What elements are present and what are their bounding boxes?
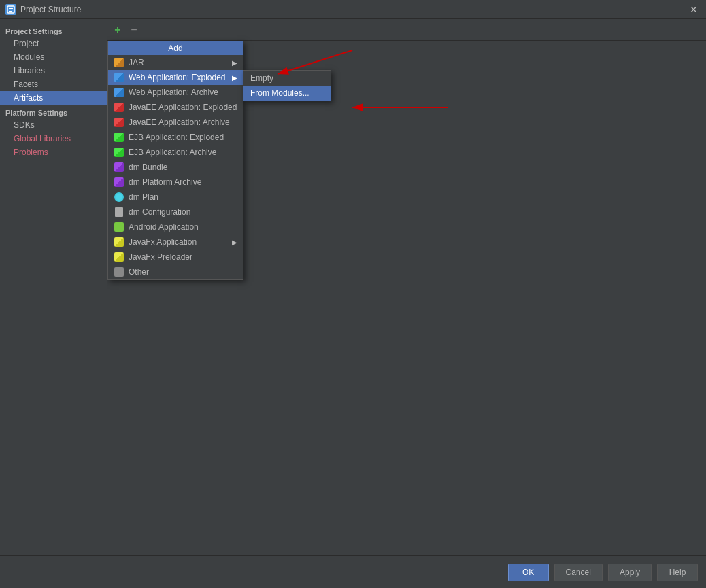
dropdown-item-ejb-archive[interactable]: EJB Application: Archive [108,145,243,160]
dm-bundle-icon [114,162,124,173]
minus-icon: − [131,24,137,36]
dropdown-item-other[interactable]: Other [108,264,243,279]
javafx-preloader-icon [114,252,124,262]
submenu-item-empty[interactable]: Empty [243,71,331,86]
sidebar-item-modules[interactable]: Modules [0,50,107,64]
dropdown-item-dm-plan[interactable]: dm Plan [108,190,243,205]
help-button[interactable]: Help [657,564,698,581]
dropdown-item-web-app-exploded[interactable]: Web Application: Exploded ▶ Empty From M… [108,70,243,85]
jar-arrow-icon: ▶ [232,59,237,67]
platform-settings-label: Platform Settings [0,105,107,118]
bottom-bar: OK Cancel Apply Help [0,555,706,588]
web-archive-icon [114,87,124,98]
ok-button[interactable]: OK [508,564,549,581]
dropdown-item-javafx-preloader[interactable]: JavaFx Preloader [108,249,243,264]
submenu: Empty From Modules... [243,70,331,101]
dm-config-icon [114,207,124,218]
cancel-button[interactable]: Cancel [554,564,603,581]
dropdown-header: Add [108,41,243,55]
sidebar-item-problems[interactable]: Problems [0,145,107,159]
dropdown-item-javaee-exploded[interactable]: JavaEE Application: Exploded [108,100,243,115]
sidebar-item-sdks[interactable]: SDKs [0,118,107,132]
other-icon [114,266,124,277]
dropdown-overlay: Add JAR ▶ Web Application: Exploded [107,41,243,280]
apply-button[interactable]: Apply [608,564,652,581]
sidebar-item-artifacts[interactable]: Artifacts [0,91,107,105]
dropdown-item-javaee-archive[interactable]: JavaEE Application: Archive [108,115,243,130]
dropdown-item-javafx-application[interactable]: JavaFx Application ▶ [108,235,243,249]
toolbar: + − [107,19,706,41]
dropdown-item-ejb-exploded[interactable]: EJB Application: Exploded [108,130,243,145]
ejb-archive-icon [114,147,124,158]
title-bar: Project Structure ✕ [0,0,706,19]
plus-icon: + [114,24,120,36]
javaee-archive-icon [114,117,124,128]
jar-icon [114,57,124,68]
arrow-annotation-2 [346,97,454,118]
dropdown-item-dm-platform-archive[interactable]: dm Platform Archive [108,175,243,190]
remove-button[interactable]: − [127,22,141,37]
sidebar-item-global-libraries[interactable]: Global Libraries [0,132,107,145]
window-title: Project Structure [20,5,81,14]
main-content: Project Settings Project Modules Librari… [0,19,706,555]
dropdown-item-dm-bundle[interactable]: dm Bundle [108,160,243,175]
dropdown-item-web-app-archive[interactable]: Web Application: Archive [108,85,243,100]
web-exploded-arrow-icon: ▶ [232,74,237,82]
android-icon [114,222,124,232]
sidebar-item-project[interactable]: Project [0,37,107,50]
sidebar: Project Settings Project Modules Librari… [0,19,107,555]
sidebar-item-facets[interactable]: Facets [0,77,107,91]
project-settings-label: Project Settings [0,24,107,37]
dropdown-item-jar[interactable]: JAR ▶ [108,55,243,70]
dm-plan-icon [114,192,124,203]
javafx-app-icon [114,237,124,247]
content-area: + − Add JAR ▶ [107,19,706,555]
dropdown-item-android-application[interactable]: Android Application [108,220,243,235]
close-button[interactable]: ✕ [687,3,701,16]
javafx-arrow-icon: ▶ [232,239,237,246]
dropdown-item-dm-configuration[interactable]: dm Configuration [108,205,243,220]
sidebar-item-libraries[interactable]: Libraries [0,64,107,77]
dm-platform-archive-icon [114,177,124,188]
web-exploded-icon [114,72,124,83]
app-icon [5,4,16,15]
javaee-exploded-icon [114,102,124,113]
ejb-exploded-icon [114,132,124,143]
svg-rect-1 [9,8,13,9]
svg-rect-3 [9,11,12,12]
add-button[interactable]: + [110,22,125,37]
add-dropdown-menu: Add JAR ▶ Web Application: Exploded [107,41,243,280]
submenu-item-from-modules[interactable]: From Modules... [243,86,331,101]
svg-rect-2 [9,10,13,10]
